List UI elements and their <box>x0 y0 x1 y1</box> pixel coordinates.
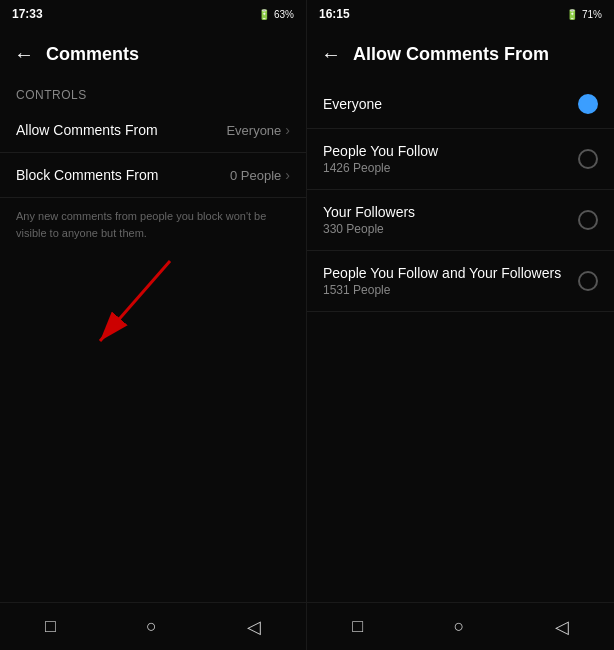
arrow-container <box>0 251 306 602</box>
svg-line-1 <box>100 261 170 341</box>
allow-comments-row[interactable]: Allow Comments From Everyone › <box>0 108 306 153</box>
right-spacer <box>307 312 614 602</box>
left-back-button[interactable]: ← <box>14 43 34 66</box>
left-nav-square-icon[interactable]: □ <box>45 616 56 637</box>
allow-comments-chevron-icon: › <box>285 122 290 138</box>
right-status-bar: 16:15 🔋 71% <box>307 0 614 28</box>
right-status-time: 16:15 <box>319 7 350 21</box>
right-battery-icon: 🔋 <box>566 9 578 20</box>
block-comments-label: Block Comments From <box>16 167 158 183</box>
follow-and-followers-title: People You Follow and Your Followers <box>323 265 561 281</box>
follow-and-followers-count: 1531 People <box>323 283 561 297</box>
your-followers-option-row[interactable]: Your Followers 330 People <box>307 190 614 251</box>
people-you-follow-radio-button[interactable] <box>578 149 598 169</box>
right-nav-square-icon[interactable]: □ <box>352 616 363 637</box>
people-you-follow-info: People You Follow 1426 People <box>323 143 438 175</box>
block-comments-value: 0 People <box>230 168 281 183</box>
left-nav-circle-icon[interactable]: ○ <box>146 616 157 637</box>
right-back-button[interactable]: ← <box>321 43 341 66</box>
block-comments-row[interactable]: Block Comments From 0 People › <box>0 153 306 198</box>
settings-note: Any new comments from people you block w… <box>0 198 306 251</box>
right-bottom-nav: □ ○ ◁ <box>307 602 614 650</box>
your-followers-info: Your Followers 330 People <box>323 204 415 236</box>
right-nav-triangle-icon[interactable]: ◁ <box>555 616 569 638</box>
right-battery-text: 71% <box>582 9 602 20</box>
follow-and-followers-info: People You Follow and Your Followers 153… <box>323 265 561 297</box>
everyone-option-label: Everyone <box>323 96 382 112</box>
right-status-icons: 🔋 71% <box>566 9 602 20</box>
everyone-radio-button[interactable] <box>578 94 598 114</box>
left-nav-triangle-icon[interactable]: ◁ <box>247 616 261 638</box>
left-panel: 17:33 🔋 63% ← Comments Controls Allow Co… <box>0 0 307 650</box>
block-comments-value-container: 0 People › <box>230 167 290 183</box>
left-page-title: Comments <box>46 44 139 65</box>
allow-comments-value: Everyone <box>226 123 281 138</box>
red-arrow-annotation <box>80 251 200 371</box>
your-followers-count: 330 People <box>323 222 415 236</box>
follow-and-followers-radio-button[interactable] <box>578 271 598 291</box>
right-top-bar: ← Allow Comments From <box>307 28 614 80</box>
right-nav-circle-icon[interactable]: ○ <box>453 616 464 637</box>
allow-comments-value-container: Everyone › <box>226 122 290 138</box>
block-comments-chevron-icon: › <box>285 167 290 183</box>
people-you-follow-option-row[interactable]: People You Follow 1426 People <box>307 129 614 190</box>
people-you-follow-title: People You Follow <box>323 143 438 159</box>
left-top-bar: ← Comments <box>0 28 306 80</box>
controls-section-label: Controls <box>0 80 306 108</box>
left-status-icons: 🔋 63% <box>258 9 294 20</box>
left-status-time: 17:33 <box>12 7 43 21</box>
people-you-follow-count: 1426 People <box>323 161 438 175</box>
battery-icon: 🔋 <box>258 9 270 20</box>
follow-and-followers-option-row[interactable]: People You Follow and Your Followers 153… <box>307 251 614 312</box>
left-bottom-nav: □ ○ ◁ <box>0 602 306 650</box>
your-followers-title: Your Followers <box>323 204 415 220</box>
right-page-title: Allow Comments From <box>353 44 549 65</box>
everyone-option-row[interactable]: Everyone <box>307 80 614 129</box>
allow-comments-label: Allow Comments From <box>16 122 158 138</box>
right-panel: 16:15 🔋 71% ← Allow Comments From Everyo… <box>307 0 614 650</box>
your-followers-radio-button[interactable] <box>578 210 598 230</box>
left-battery-text: 63% <box>274 9 294 20</box>
left-status-bar: 17:33 🔋 63% <box>0 0 306 28</box>
